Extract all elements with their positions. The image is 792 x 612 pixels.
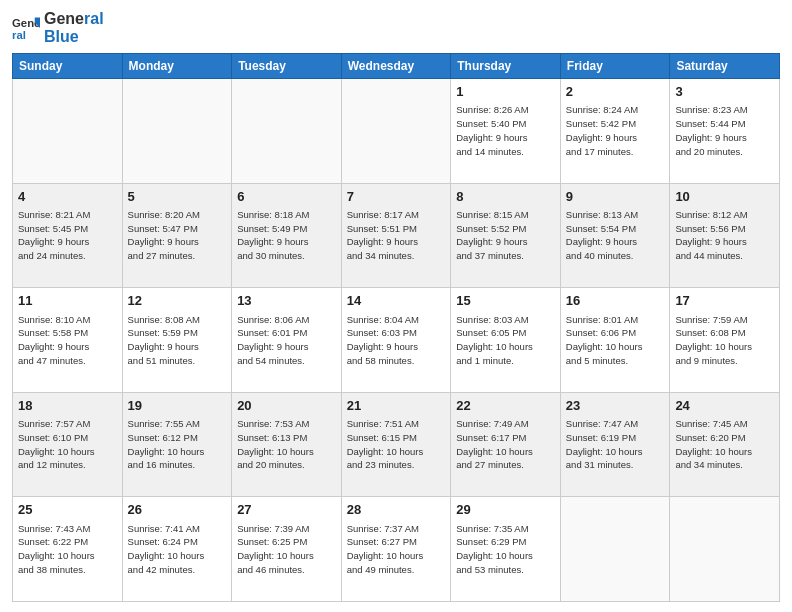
logo-icon: Gene ral	[12, 14, 40, 42]
day-number: 8	[456, 188, 555, 206]
day-number: 2	[566, 83, 665, 101]
calendar-cell: 14Sunrise: 8:04 AMSunset: 6:03 PMDayligh…	[341, 288, 451, 393]
day-number: 10	[675, 188, 774, 206]
week-row-4: 25Sunrise: 7:43 AMSunset: 6:22 PMDayligh…	[13, 497, 780, 602]
calendar-cell: 17Sunrise: 7:59 AMSunset: 6:08 PMDayligh…	[670, 288, 780, 393]
day-number: 18	[18, 397, 117, 415]
weekday-header-friday: Friday	[560, 54, 670, 79]
calendar-cell: 3Sunrise: 8:23 AMSunset: 5:44 PMDaylight…	[670, 79, 780, 184]
day-number: 14	[347, 292, 446, 310]
day-info: Sunrise: 8:12 AMSunset: 5:56 PMDaylight:…	[675, 208, 774, 263]
day-info: Sunrise: 8:17 AMSunset: 5:51 PMDaylight:…	[347, 208, 446, 263]
calendar-cell: 29Sunrise: 7:35 AMSunset: 6:29 PMDayligh…	[451, 497, 561, 602]
calendar-cell: 2Sunrise: 8:24 AMSunset: 5:42 PMDaylight…	[560, 79, 670, 184]
day-info: Sunrise: 7:59 AMSunset: 6:08 PMDaylight:…	[675, 313, 774, 368]
weekday-header-row: SundayMondayTuesdayWednesdayThursdayFrid…	[13, 54, 780, 79]
header: Gene ral General Blue	[12, 10, 780, 45]
day-info: Sunrise: 7:51 AMSunset: 6:15 PMDaylight:…	[347, 417, 446, 472]
day-info: Sunrise: 7:47 AMSunset: 6:19 PMDaylight:…	[566, 417, 665, 472]
week-row-1: 4Sunrise: 8:21 AMSunset: 5:45 PMDaylight…	[13, 183, 780, 288]
day-info: Sunrise: 8:10 AMSunset: 5:58 PMDaylight:…	[18, 313, 117, 368]
weekday-header-thursday: Thursday	[451, 54, 561, 79]
day-number: 24	[675, 397, 774, 415]
day-number: 7	[347, 188, 446, 206]
calendar-cell: 26Sunrise: 7:41 AMSunset: 6:24 PMDayligh…	[122, 497, 232, 602]
day-info: Sunrise: 7:37 AMSunset: 6:27 PMDaylight:…	[347, 522, 446, 577]
calendar-cell: 13Sunrise: 8:06 AMSunset: 6:01 PMDayligh…	[232, 288, 342, 393]
calendar-cell: 15Sunrise: 8:03 AMSunset: 6:05 PMDayligh…	[451, 288, 561, 393]
day-info: Sunrise: 8:24 AMSunset: 5:42 PMDaylight:…	[566, 103, 665, 158]
calendar-cell: 20Sunrise: 7:53 AMSunset: 6:13 PMDayligh…	[232, 392, 342, 497]
calendar-cell	[232, 79, 342, 184]
day-number: 11	[18, 292, 117, 310]
day-number: 3	[675, 83, 774, 101]
weekday-header-sunday: Sunday	[13, 54, 123, 79]
day-info: Sunrise: 7:39 AMSunset: 6:25 PMDaylight:…	[237, 522, 336, 577]
logo-text: General Blue	[44, 10, 104, 45]
day-info: Sunrise: 8:26 AMSunset: 5:40 PMDaylight:…	[456, 103, 555, 158]
day-number: 19	[128, 397, 227, 415]
weekday-header-monday: Monday	[122, 54, 232, 79]
calendar-cell: 4Sunrise: 8:21 AMSunset: 5:45 PMDaylight…	[13, 183, 123, 288]
day-number: 25	[18, 501, 117, 519]
day-number: 5	[128, 188, 227, 206]
calendar-cell: 11Sunrise: 8:10 AMSunset: 5:58 PMDayligh…	[13, 288, 123, 393]
day-info: Sunrise: 8:08 AMSunset: 5:59 PMDaylight:…	[128, 313, 227, 368]
calendar-cell: 22Sunrise: 7:49 AMSunset: 6:17 PMDayligh…	[451, 392, 561, 497]
day-number: 23	[566, 397, 665, 415]
day-number: 17	[675, 292, 774, 310]
calendar-cell: 16Sunrise: 8:01 AMSunset: 6:06 PMDayligh…	[560, 288, 670, 393]
day-number: 28	[347, 501, 446, 519]
weekday-header-tuesday: Tuesday	[232, 54, 342, 79]
week-row-0: 1Sunrise: 8:26 AMSunset: 5:40 PMDaylight…	[13, 79, 780, 184]
calendar-cell: 7Sunrise: 8:17 AMSunset: 5:51 PMDaylight…	[341, 183, 451, 288]
calendar-cell	[13, 79, 123, 184]
calendar-cell: 24Sunrise: 7:45 AMSunset: 6:20 PMDayligh…	[670, 392, 780, 497]
week-row-2: 11Sunrise: 8:10 AMSunset: 5:58 PMDayligh…	[13, 288, 780, 393]
day-info: Sunrise: 7:35 AMSunset: 6:29 PMDaylight:…	[456, 522, 555, 577]
calendar-cell: 5Sunrise: 8:20 AMSunset: 5:47 PMDaylight…	[122, 183, 232, 288]
day-info: Sunrise: 7:57 AMSunset: 6:10 PMDaylight:…	[18, 417, 117, 472]
day-info: Sunrise: 8:23 AMSunset: 5:44 PMDaylight:…	[675, 103, 774, 158]
calendar-cell: 1Sunrise: 8:26 AMSunset: 5:40 PMDaylight…	[451, 79, 561, 184]
day-info: Sunrise: 8:15 AMSunset: 5:52 PMDaylight:…	[456, 208, 555, 263]
logo: Gene ral General Blue	[12, 10, 104, 45]
day-info: Sunrise: 7:53 AMSunset: 6:13 PMDaylight:…	[237, 417, 336, 472]
day-number: 6	[237, 188, 336, 206]
day-number: 20	[237, 397, 336, 415]
day-info: Sunrise: 8:04 AMSunset: 6:03 PMDaylight:…	[347, 313, 446, 368]
day-number: 4	[18, 188, 117, 206]
day-info: Sunrise: 7:55 AMSunset: 6:12 PMDaylight:…	[128, 417, 227, 472]
day-info: Sunrise: 8:01 AMSunset: 6:06 PMDaylight:…	[566, 313, 665, 368]
day-number: 22	[456, 397, 555, 415]
day-number: 12	[128, 292, 227, 310]
calendar-cell: 18Sunrise: 7:57 AMSunset: 6:10 PMDayligh…	[13, 392, 123, 497]
calendar-cell: 25Sunrise: 7:43 AMSunset: 6:22 PMDayligh…	[13, 497, 123, 602]
calendar-cell: 12Sunrise: 8:08 AMSunset: 5:59 PMDayligh…	[122, 288, 232, 393]
calendar-cell	[341, 79, 451, 184]
day-number: 21	[347, 397, 446, 415]
calendar-table: SundayMondayTuesdayWednesdayThursdayFrid…	[12, 53, 780, 602]
calendar-cell: 10Sunrise: 8:12 AMSunset: 5:56 PMDayligh…	[670, 183, 780, 288]
weekday-header-saturday: Saturday	[670, 54, 780, 79]
day-number: 26	[128, 501, 227, 519]
day-info: Sunrise: 8:18 AMSunset: 5:49 PMDaylight:…	[237, 208, 336, 263]
week-row-3: 18Sunrise: 7:57 AMSunset: 6:10 PMDayligh…	[13, 392, 780, 497]
day-number: 13	[237, 292, 336, 310]
day-info: Sunrise: 7:43 AMSunset: 6:22 PMDaylight:…	[18, 522, 117, 577]
weekday-header-wednesday: Wednesday	[341, 54, 451, 79]
day-info: Sunrise: 8:03 AMSunset: 6:05 PMDaylight:…	[456, 313, 555, 368]
calendar-cell: 19Sunrise: 7:55 AMSunset: 6:12 PMDayligh…	[122, 392, 232, 497]
svg-text:ral: ral	[12, 28, 26, 40]
day-info: Sunrise: 7:45 AMSunset: 6:20 PMDaylight:…	[675, 417, 774, 472]
day-info: Sunrise: 8:21 AMSunset: 5:45 PMDaylight:…	[18, 208, 117, 263]
calendar-cell: 8Sunrise: 8:15 AMSunset: 5:52 PMDaylight…	[451, 183, 561, 288]
page: Gene ral General Blue SundayMondayTuesda…	[0, 0, 792, 612]
calendar-cell	[670, 497, 780, 602]
calendar-cell: 21Sunrise: 7:51 AMSunset: 6:15 PMDayligh…	[341, 392, 451, 497]
day-number: 16	[566, 292, 665, 310]
calendar-cell: 9Sunrise: 8:13 AMSunset: 5:54 PMDaylight…	[560, 183, 670, 288]
day-number: 15	[456, 292, 555, 310]
calendar-cell: 28Sunrise: 7:37 AMSunset: 6:27 PMDayligh…	[341, 497, 451, 602]
calendar-cell: 23Sunrise: 7:47 AMSunset: 6:19 PMDayligh…	[560, 392, 670, 497]
